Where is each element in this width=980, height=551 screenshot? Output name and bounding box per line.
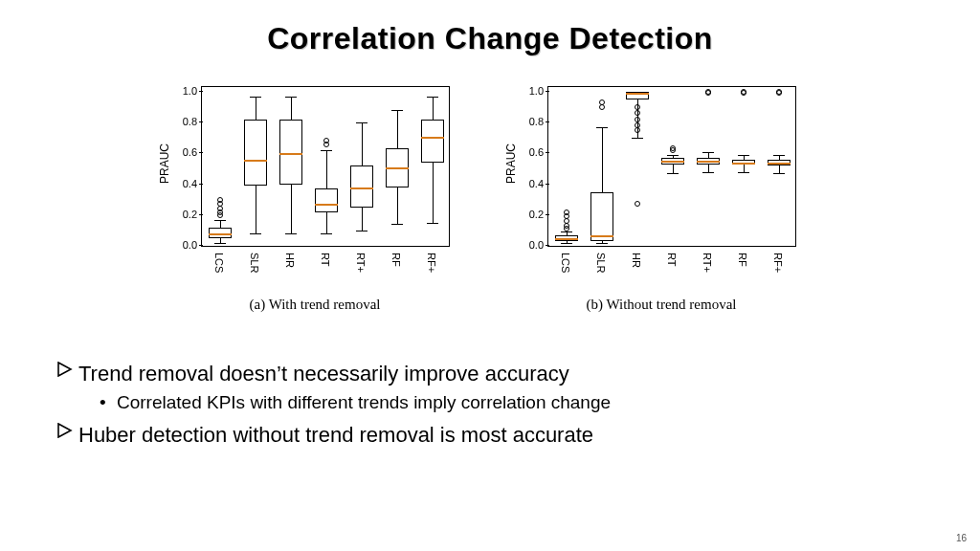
boxplot-LCS xyxy=(555,87,578,246)
boxplot-RF xyxy=(386,87,409,246)
slide: { "title": "Correlation Change Detection… xyxy=(0,0,980,551)
outlier-point xyxy=(635,127,640,133)
x-tick-label: RF xyxy=(737,253,748,267)
boxplot-RF+ xyxy=(421,87,444,246)
x-tick-label: RF+ xyxy=(772,253,784,273)
y-axis-label: PRAUC xyxy=(501,82,521,245)
outlier-point xyxy=(635,104,640,110)
y-tick-label: 1.0 xyxy=(529,85,544,97)
page-number: 16 xyxy=(956,533,967,543)
y-tick-label: 0.0 xyxy=(183,239,197,251)
outlier-point xyxy=(635,117,640,122)
subcaption-b: (b) Without trend removal xyxy=(500,297,823,313)
x-ticks: LCSSLRHRRTRT+RFRF+ xyxy=(547,247,796,295)
bullet-content: Trend removal doesn’t necessarily improv… xyxy=(57,352,923,452)
x-tick-label: LCS xyxy=(213,253,225,273)
x-tick-label: RT+ xyxy=(355,253,367,273)
outlier-point xyxy=(564,209,569,215)
y-tick-label: 0.4 xyxy=(183,178,197,189)
subcaption-a: (a) With trend removal xyxy=(153,297,477,313)
boxplot-SLR xyxy=(590,87,613,246)
outlier-point xyxy=(599,99,605,105)
x-tick-label: HR xyxy=(284,253,296,268)
outlier-point xyxy=(635,201,640,207)
y-tick-label: 0.2 xyxy=(183,209,197,220)
page-title: Correlation Change Detection xyxy=(0,21,980,56)
y-tick-label: 0.4 xyxy=(529,178,544,189)
boxplot-RT xyxy=(661,87,684,246)
y-tick-label: 0.6 xyxy=(529,146,544,158)
x-tick-label: SLR xyxy=(595,253,607,273)
x-tick-label: RT xyxy=(320,253,331,266)
y-tick-label: 0.8 xyxy=(529,116,544,127)
y-tick-label: 0.6 xyxy=(183,146,197,158)
x-tick-label: RF+ xyxy=(426,253,437,273)
y-ticks: 0.00.20.40.60.81.0 xyxy=(174,82,199,247)
chart-a-boxplot: PRAUC 0.00.20.40.60.81.0 LCSSLRHRRTRT+RF… xyxy=(153,82,477,283)
outlier-point xyxy=(217,197,223,203)
bullet-1-sub-text: Correlated KPIs with different trends im… xyxy=(117,392,611,413)
y-ticks: 0.00.20.40.60.81.0 xyxy=(521,82,546,247)
chart-b-boxplot: PRAUC 0.00.20.40.60.81.0 LCSSLRHRRTRT+RF… xyxy=(500,82,823,283)
x-tick-label: HR xyxy=(631,253,642,268)
boxplot-HR xyxy=(626,87,649,246)
bullet-1-sub: • Correlated KPIs with different trends … xyxy=(100,392,923,413)
plot-area-b xyxy=(547,86,796,247)
outlier-point xyxy=(635,110,640,116)
bullet-1-text: Trend removal doesn’t necessarily improv… xyxy=(78,362,569,386)
y-tick-label: 0.0 xyxy=(529,239,544,251)
chart-row: PRAUC 0.00.20.40.60.81.0 LCSSLRHRRTRT+RF… xyxy=(153,82,823,312)
boxplot-RT+ xyxy=(350,87,373,246)
dot-bullet-icon: • xyxy=(100,392,117,413)
outlier-point xyxy=(705,89,711,95)
x-tick-label: RT+ xyxy=(702,253,713,273)
bullet-1: Trend removal doesn’t necessarily improv… xyxy=(57,362,923,386)
plot-area-a xyxy=(201,86,450,247)
y-axis-label: PRAUC xyxy=(155,82,174,245)
boxplot-HR xyxy=(279,87,302,246)
boxplot-RF+ xyxy=(768,87,791,246)
y-tick-label: 0.2 xyxy=(529,209,544,220)
boxplot-RT xyxy=(315,87,338,246)
x-ticks: LCSSLRHRRTRT+RFRF+ xyxy=(201,247,450,295)
boxplot-SLR xyxy=(244,87,267,246)
y-tick-label: 0.8 xyxy=(183,116,197,127)
boxplot-RF xyxy=(732,87,755,246)
outlier-point xyxy=(217,206,223,211)
boxplot-RT+ xyxy=(697,87,720,246)
triangle-bullet-icon xyxy=(57,423,78,438)
boxplot-LCS xyxy=(209,87,232,246)
triangle-bullet-icon xyxy=(57,362,78,377)
x-tick-label: LCS xyxy=(560,253,571,273)
bullet-2-text: Huber detection without trend removal is… xyxy=(78,423,593,448)
bullet-2: Huber detection without trend removal is… xyxy=(57,423,923,448)
y-tick-label: 1.0 xyxy=(183,85,197,97)
x-tick-label: SLR xyxy=(249,253,260,273)
outlier-point xyxy=(564,218,569,224)
x-tick-label: RF xyxy=(390,253,402,267)
x-tick-label: RT xyxy=(666,253,678,266)
